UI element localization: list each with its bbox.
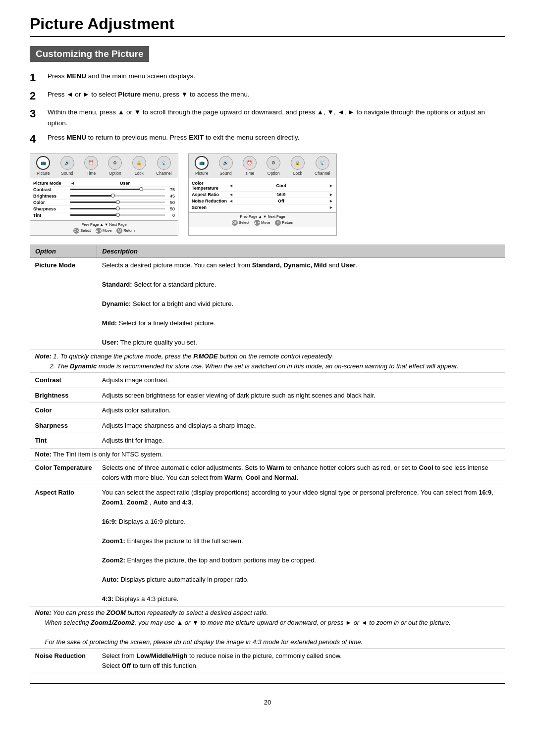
menu-box-right: 📺 Picture 🔊 Sound ⏰ Time ⚙ Option 🔒 Lock… xyxy=(188,153,337,236)
desc-sharpness: Adjusts image sharpness and displays a s… xyxy=(97,418,505,433)
page-number: 20 xyxy=(30,699,505,706)
menu-row-sharpness: Sharpness 50 xyxy=(33,206,175,212)
row-tint: Tint Adjusts tint for image. xyxy=(30,433,505,449)
menu-row-tint: Tint 0 xyxy=(33,212,175,218)
menu-icon-lock-right: 🔒 Lock xyxy=(291,156,305,176)
option-picture-mode: Picture Mode xyxy=(30,257,97,350)
desc-contrast: Adjusts image contrast. xyxy=(97,373,505,388)
row-sharpness: Sharpness Adjusts image sharpness and di… xyxy=(30,418,505,433)
menu-row-contrast: Contrast 75 xyxy=(33,187,175,193)
menu-row-color-temp: Color Temperature ◄ Cool ► xyxy=(192,180,333,192)
options-table: Option Description Picture Mode Selects … xyxy=(30,245,505,674)
menu-footer-left: Prev Page ▲ ▼ Next Page OK Select ▲▼ Mov… xyxy=(30,220,178,235)
menu-icon-time-left: ⏰ Time xyxy=(84,156,98,176)
row-picture-mode: Picture Mode Selects a desired picture m… xyxy=(30,257,505,350)
step-num-4: 4 xyxy=(30,132,44,147)
row-note-zoom: Note: You can press the ZOOM button repe… xyxy=(30,606,505,649)
menu-icon-lock-left: 🔒 Lock xyxy=(132,156,146,176)
step-text-3: Within the menu, press ▲ or ▼ to scroll … xyxy=(48,107,505,128)
col-option: Option xyxy=(30,245,97,257)
note-zoom: Note: You can press the ZOOM button repe… xyxy=(30,606,505,649)
menu-icon-time-right: ⏰ Time xyxy=(243,156,257,176)
icon-picture-r: 📺 xyxy=(195,156,209,170)
option-color: Color xyxy=(30,403,97,418)
step-num-1: 1 xyxy=(30,71,44,85)
menu-rows-left: Picture Mode ◄ User Contrast 75 Brightne… xyxy=(30,178,178,220)
step-1: 1 Press MENU and the main menu screen di… xyxy=(30,71,505,85)
menu-images: 📺 Picture 🔊 Sound ⏰ Time ⚙ Option 🔒 Lock… xyxy=(30,153,505,236)
icon-option: ⚙ xyxy=(108,156,122,170)
menu-icons-right: 📺 Picture 🔊 Sound ⏰ Time ⚙ Option 🔒 Lock… xyxy=(189,154,336,178)
option-color-temp: Color Temperature xyxy=(30,460,97,485)
page-title: Picture Adjustment xyxy=(30,15,505,37)
step-text-4: Press MENU to return to previous menu. P… xyxy=(48,132,299,143)
row-color-temp: Color Temperature Selects one of three a… xyxy=(30,460,505,485)
col-description: Description xyxy=(97,245,505,257)
row-note-pmode: Note: 1. To quickly change the picture m… xyxy=(30,350,505,373)
icon-channel: 📡 xyxy=(157,156,171,170)
note-pmode: Note: 1. To quickly change the picture m… xyxy=(30,350,505,373)
desc-brightness: Adjusts screen brightness for easier vie… xyxy=(97,388,505,403)
step-text-2: Press ◄ or ► to select Picture menu, pre… xyxy=(48,89,250,100)
menu-icon-option-left: ⚙ Option xyxy=(108,156,122,176)
icon-lock-r: 🔒 xyxy=(291,156,305,170)
icon-sound-r: 🔊 xyxy=(219,156,233,170)
note-tint: Note: The Tint item is only for NTSC sys… xyxy=(30,448,505,460)
row-color: Color Adjusts color saturation. xyxy=(30,403,505,418)
option-noise-reduction: Noise Reduction xyxy=(30,649,97,673)
row-aspect-ratio: Aspect Ratio You can select the aspect r… xyxy=(30,485,505,606)
menu-row-picture-mode: Picture Mode ◄ User xyxy=(33,180,175,187)
option-contrast: Contrast xyxy=(30,373,97,388)
section-header: Customizing the Picture xyxy=(30,46,505,71)
menu-icon-picture-right: 📺 Picture xyxy=(195,156,209,176)
step-text-1: Press MENU and the main menu screen disp… xyxy=(48,71,195,82)
icon-picture: 📺 xyxy=(36,156,50,170)
desc-picture-mode: Selects a desired picture mode. You can … xyxy=(97,257,505,350)
menu-box-left: 📺 Picture 🔊 Sound ⏰ Time ⚙ Option 🔒 Lock… xyxy=(30,153,178,236)
option-sharpness: Sharpness xyxy=(30,418,97,433)
step-num-3: 3 xyxy=(30,107,44,121)
menu-icon-sound-right: 🔊 Sound xyxy=(219,156,233,176)
row-note-tint: Note: The Tint item is only for NTSC sys… xyxy=(30,448,505,460)
row-brightness: Brightness Adjusts screen brightness for… xyxy=(30,388,505,403)
row-noise-reduction: Noise Reduction Select from Low/Middle/H… xyxy=(30,649,505,673)
icon-time: ⏰ xyxy=(84,156,98,170)
step-2: 2 Press ◄ or ► to select Picture menu, p… xyxy=(30,89,505,103)
desc-tint: Adjusts tint for image. xyxy=(97,433,505,449)
menu-rows-right: Color Temperature ◄ Cool ► Aspect Ratio … xyxy=(189,178,336,212)
icon-option-r: ⚙ xyxy=(267,156,280,170)
menu-icon-channel-right: 📡 Channel xyxy=(315,156,330,176)
steps-container: 1 Press MENU and the main menu screen di… xyxy=(30,71,505,147)
menu-row-brightness: Brightness 45 xyxy=(33,193,175,200)
menu-icon-picture-left: 📺 Picture xyxy=(36,156,50,176)
option-brightness: Brightness xyxy=(30,388,97,403)
icon-time-r: ⏰ xyxy=(243,156,257,170)
menu-row-screen: Screen ► xyxy=(192,204,333,210)
menu-icon-channel-left: 📡 Channel xyxy=(156,156,172,176)
step-num-2: 2 xyxy=(30,89,44,103)
icon-lock: 🔒 xyxy=(132,156,146,170)
desc-color-temp: Selects one of three automatic color adj… xyxy=(97,460,505,485)
menu-footer-right: Prev Page ▲ ▼ Next Page OK Select ▲▼ Mov… xyxy=(189,212,336,227)
step-4: 4 Press MENU to return to previous menu.… xyxy=(30,132,505,147)
option-tint: Tint xyxy=(30,433,97,449)
menu-row-aspect-ratio: Aspect Ratio ◄ 16:9 ► xyxy=(192,192,333,198)
icon-sound: 🔊 xyxy=(60,156,74,170)
option-aspect-ratio: Aspect Ratio xyxy=(30,485,97,606)
icon-channel-r: 📡 xyxy=(316,156,329,170)
desc-aspect-ratio: You can select the aspect ratio (display… xyxy=(97,485,505,606)
desc-noise-reduction: Select from Low/Middle/High to reduce no… xyxy=(97,649,505,673)
menu-row-color: Color 50 xyxy=(33,200,175,206)
menu-icon-sound-left: 🔊 Sound xyxy=(60,156,74,176)
row-contrast: Contrast Adjusts image contrast. xyxy=(30,373,505,388)
step-3: 3 Within the menu, press ▲ or ▼ to scrol… xyxy=(30,107,505,128)
menu-row-noise-reduction: Noise Reduction ◄ Off ► xyxy=(192,198,333,204)
menu-icon-option-right: ⚙ Option xyxy=(267,156,280,176)
desc-color: Adjusts color saturation. xyxy=(97,403,505,418)
menu-icons-left: 📺 Picture 🔊 Sound ⏰ Time ⚙ Option 🔒 Lock… xyxy=(30,154,178,178)
